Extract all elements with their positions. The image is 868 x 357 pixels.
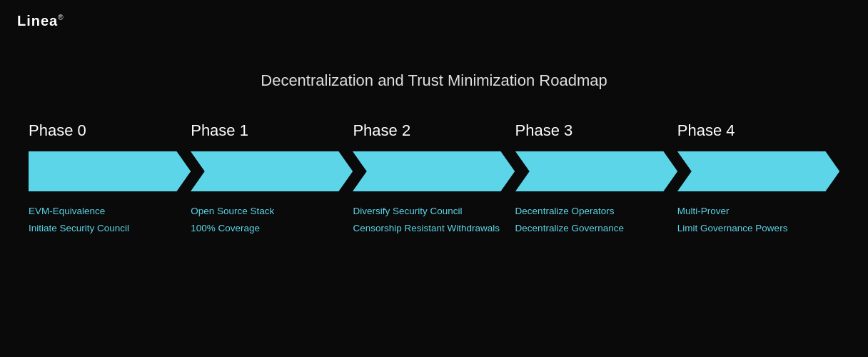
phase-3-feature-0: Decentralize Operators bbox=[515, 204, 672, 218]
phase-1-label: Phase 1 bbox=[191, 121, 353, 140]
features-row: EVM-Equivalence Initiate Security Counci… bbox=[29, 204, 839, 239]
phase-2-label: Phase 2 bbox=[353, 121, 515, 140]
phase-2-features: Diversify Security Council Censorship Re… bbox=[353, 204, 515, 239]
page-title: Decentralization and Trust Minimization … bbox=[0, 71, 868, 90]
phase-0-feature-0: EVM-Equivalence bbox=[29, 204, 185, 218]
phase-2-feature-0: Diversify Security Council bbox=[353, 204, 509, 218]
svg-marker-2 bbox=[353, 151, 515, 191]
phase-1-feature-1: 100% Coverage bbox=[191, 221, 347, 236]
phase-4-feature-1: Limit Governance Powers bbox=[677, 221, 834, 236]
phase-0-feature-1: Initiate Security Council bbox=[29, 221, 185, 236]
phase-labels-row: Phase 0 Phase 1 Phase 2 Phase 3 Phase 4 bbox=[29, 121, 839, 140]
phase-1-feature-0: Open Source Stack bbox=[191, 204, 347, 218]
roadmap-container: Phase 0 Phase 1 Phase 2 Phase 3 Phase 4 … bbox=[29, 121, 839, 239]
phase-3-features: Decentralize Operators Decentralize Gove… bbox=[515, 204, 677, 239]
arrow-2 bbox=[353, 151, 515, 191]
arrow-3 bbox=[515, 151, 677, 191]
arrow-4 bbox=[677, 151, 839, 191]
phase-4-features: Multi-Prover Limit Governance Powers bbox=[677, 204, 839, 239]
phase-0-features: EVM-Equivalence Initiate Security Counci… bbox=[29, 204, 191, 239]
arrow-0 bbox=[29, 151, 191, 191]
arrows-row bbox=[29, 151, 839, 191]
phase-2-feature-1: Censorship Resistant Withdrawals bbox=[353, 221, 509, 236]
svg-marker-1 bbox=[191, 151, 353, 191]
svg-marker-3 bbox=[515, 151, 677, 191]
logo-sup: ® bbox=[58, 14, 64, 21]
logo-text: Linea bbox=[17, 13, 58, 29]
svg-marker-0 bbox=[29, 151, 191, 191]
phase-4-feature-0: Multi-Prover bbox=[677, 204, 834, 218]
arrow-1 bbox=[191, 151, 353, 191]
app-logo: Linea® bbox=[17, 13, 64, 29]
phase-3-label: Phase 3 bbox=[515, 121, 677, 140]
phase-1-features: Open Source Stack 100% Coverage bbox=[191, 204, 353, 239]
phase-0-label: Phase 0 bbox=[29, 121, 191, 140]
phase-3-feature-1: Decentralize Governance bbox=[515, 221, 672, 236]
phase-4-label: Phase 4 bbox=[677, 121, 839, 140]
svg-marker-4 bbox=[677, 151, 839, 191]
